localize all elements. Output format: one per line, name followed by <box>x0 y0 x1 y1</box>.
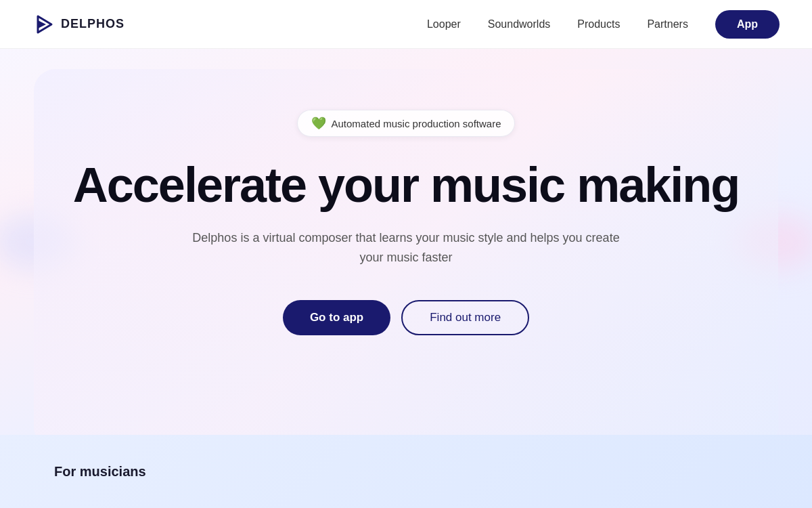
navbar: DELPHOS Looper Soundworlds Products Part… <box>0 0 812 49</box>
logo-icon <box>32 14 54 35</box>
badge-icon: 💚 <box>311 116 326 131</box>
nav-link-soundworlds[interactable]: Soundworlds <box>488 18 551 30</box>
nav-link-partners[interactable]: Partners <box>647 18 687 30</box>
badge-text: Automated music production software <box>332 118 501 129</box>
for-musicians-label: For musicians <box>54 464 146 480</box>
bottom-section: For musicians <box>0 435 812 508</box>
hero-card: 💚 Automated music production software Ac… <box>34 69 778 435</box>
hero-title: Accelerate your music making <box>73 158 739 212</box>
hero-badge: 💚 Automated music production software <box>297 110 516 137</box>
hero-subtitle: Delphos is a virtual composer that learn… <box>186 228 626 268</box>
logo[interactable]: DELPHOS <box>32 14 125 35</box>
nav-links: Looper Soundworlds Products Partners App <box>427 10 780 39</box>
hero-buttons: Go to app Find out more <box>283 300 529 335</box>
logo-text: DELPHOS <box>61 17 125 31</box>
nav-link-products[interactable]: Products <box>577 18 620 30</box>
hero-section: 💚 Automated music production software Ac… <box>0 49 812 435</box>
nav-link-looper[interactable]: Looper <box>427 18 461 30</box>
app-button[interactable]: App <box>715 10 780 39</box>
find-out-more-button[interactable]: Find out more <box>401 300 529 335</box>
go-to-app-button[interactable]: Go to app <box>283 300 390 335</box>
